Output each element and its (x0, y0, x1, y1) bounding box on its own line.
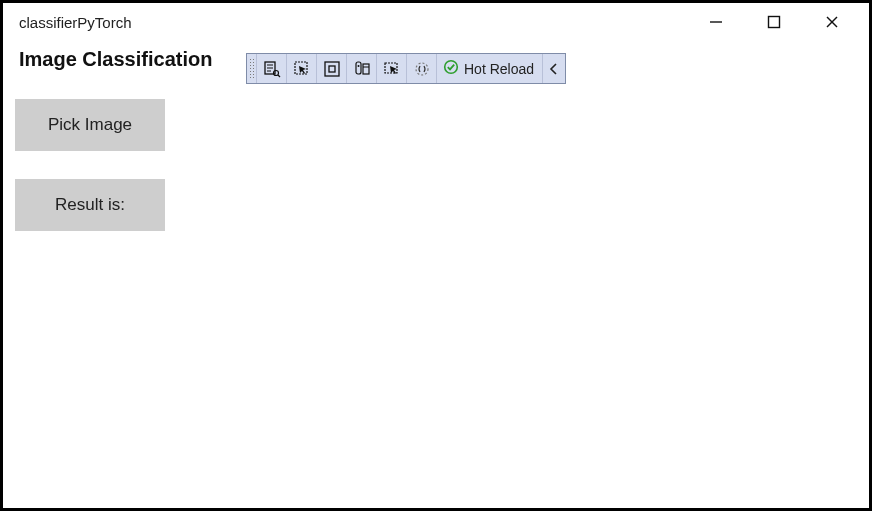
svg-point-18 (416, 63, 428, 75)
inspect-visual-tree-icon[interactable] (257, 54, 287, 83)
svg-rect-12 (329, 66, 335, 72)
window-titlebar: classifierPyTorch (3, 3, 869, 39)
maximize-button[interactable] (759, 12, 789, 32)
svg-rect-13 (356, 62, 361, 74)
debug-toolbar: Hot Reload (246, 53, 566, 84)
go-to-live-visual-icon[interactable] (377, 54, 407, 83)
svg-line-9 (278, 75, 280, 77)
svg-point-8 (273, 70, 278, 75)
hot-reload-button[interactable]: Hot Reload (437, 54, 543, 83)
svg-rect-11 (325, 62, 339, 76)
layout-adorners-icon[interactable] (317, 54, 347, 83)
pick-image-button[interactable]: Pick Image (15, 99, 165, 151)
toolbar-grip[interactable] (247, 54, 257, 83)
window-title: classifierPyTorch (19, 14, 132, 31)
track-focused-icon[interactable] (347, 54, 377, 83)
page-title: Image Classification (19, 48, 212, 71)
chevron-left-icon[interactable] (543, 54, 565, 83)
check-icon (443, 59, 459, 78)
result-label: Result is: (15, 179, 165, 231)
svg-rect-1 (769, 17, 780, 28)
close-button[interactable] (817, 12, 847, 32)
select-element-icon[interactable] (287, 54, 317, 83)
svg-rect-15 (363, 64, 369, 74)
content-area: Pick Image Result is: (3, 79, 869, 251)
minimize-button[interactable] (701, 12, 731, 32)
hot-reload-label: Hot Reload (464, 61, 534, 77)
svg-point-14 (357, 65, 359, 67)
xaml-binding-icon[interactable] (407, 54, 437, 83)
window-controls (701, 12, 859, 32)
